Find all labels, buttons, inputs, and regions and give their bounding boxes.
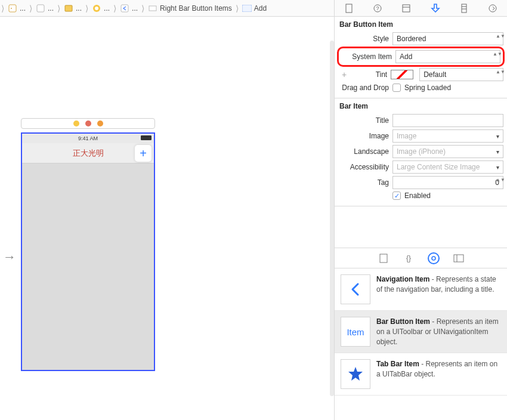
vertical-scrollbar[interactable] (330, 41, 334, 396)
scene-dock-dot-icon (97, 121, 103, 126)
style-label: Style (338, 35, 389, 43)
svg-rect-8 (242, 5, 252, 12)
breadcrumb-item[interactable]: ... (89, 4, 112, 13)
navigation-bar[interactable]: 正大光明 + (22, 143, 154, 163)
chevron-icon: ⟩ (140, 4, 146, 13)
stepper-icon: ▲▼ (496, 70, 502, 79)
style-value: Bordered (397, 35, 426, 43)
title-field[interactable] (392, 114, 503, 127)
battery-icon (141, 135, 152, 140)
svg-rect-0 (9, 5, 16, 12)
add-attribute-icon[interactable]: + (338, 70, 350, 79)
tint-swatch[interactable] (391, 70, 413, 79)
chevron-icon: ⟩ (234, 4, 240, 13)
canvas[interactable]: → 9:41 AM 正大光明 + (0, 17, 334, 420)
breadcrumb-item[interactable]: ... (5, 4, 28, 13)
library-media-icon[interactable] (453, 252, 465, 264)
item-icon (242, 4, 252, 13)
svg-rect-6 (121, 5, 128, 12)
breadcrumb-item[interactable]: Right Bar Button Items (146, 4, 234, 13)
image-popup[interactable]: Image (392, 129, 503, 143)
scene-dock-dot-icon (73, 121, 79, 126)
svg-rect-3 (65, 5, 72, 11)
chevron-icon: ⟩ (112, 4, 118, 13)
breadcrumb-label: ... (20, 4, 26, 13)
enabled-label: Enabled (404, 192, 431, 200)
system-item-popup[interactable]: Add ▲▼ (395, 50, 500, 63)
breadcrumb-label: ... (48, 4, 54, 13)
svg-rect-21 (454, 255, 463, 262)
svg-rect-7 (149, 6, 156, 11)
tag-label: Tag (338, 178, 389, 187)
library-code-snippets-icon[interactable]: {} (403, 252, 415, 264)
tint-popup[interactable]: Default ▲▼ (419, 68, 503, 81)
add-bar-button[interactable]: + (135, 145, 152, 162)
plus-icon: + (140, 147, 147, 160)
file-grey-icon (36, 4, 45, 13)
phone-preview[interactable]: 9:41 AM 正大光明 + (21, 132, 155, 371)
svg-point-17 (489, 5, 496, 12)
tint-value: Default (423, 70, 446, 79)
svg-rect-12 (403, 5, 410, 12)
chevron-icon: ⟩ (28, 4, 33, 13)
landscape-label: Landscape (338, 147, 389, 156)
attributes-inspector-icon[interactable] (429, 2, 442, 15)
breadcrumb-label: Add (254, 4, 267, 13)
stepper-icon: ▲▼ (493, 52, 499, 61)
svg-point-20 (432, 257, 435, 260)
style-popup[interactable]: Bordered ▲▼ (392, 32, 503, 45)
library-item-bar-button-item[interactable]: Item Bar Button Item - Represents an ite… (335, 311, 507, 353)
inspector-panel: Bar Button Item Style Bordered ▲▼ System… (334, 17, 507, 420)
library-tabs: {} (335, 248, 507, 268)
status-bar: 9:41 AM (22, 134, 154, 143)
library-item-text: Bar Button Item - Represents an item on … (376, 317, 501, 347)
section-header: Bar Button Item (335, 17, 507, 31)
navigation-title: 正大光明 (73, 148, 104, 159)
identity-inspector-icon[interactable] (400, 2, 413, 15)
landscape-popup[interactable]: Image (iPhone) (392, 145, 503, 158)
breadcrumb-item-current[interactable]: Add (240, 4, 269, 13)
breadcrumb[interactable]: ⟩ ... ⟩ ... ⟩ ... ⟩ ... ⟩ .. (0, 0, 334, 16)
breadcrumb-item[interactable]: ... (61, 4, 84, 13)
spring-loaded-checkbox[interactable] (392, 84, 401, 92)
svg-rect-9 (346, 4, 352, 13)
star-icon (341, 359, 370, 389)
breadcrumb-label: Right Bar Button Items (160, 4, 232, 13)
svg-point-1 (11, 8, 12, 9)
chevron-icon: ⟩ (84, 4, 89, 13)
spring-loaded-label: Spring Loaded (404, 84, 451, 92)
svg-rect-2 (37, 5, 44, 12)
accessibility-popup[interactable]: Large Content Size Image (392, 160, 503, 174)
storyboard-icon (64, 4, 73, 13)
breadcrumb-label: ... (132, 4, 138, 13)
tag-stepper[interactable]: 0 ▲▼ (392, 176, 503, 189)
system-item-value: Add (400, 52, 412, 61)
breadcrumb-label: ... (104, 4, 110, 13)
title-label: Title (338, 116, 389, 125)
scene-dock[interactable] (21, 118, 155, 129)
size-inspector-icon[interactable] (457, 2, 471, 15)
tint-label: Tint (354, 70, 387, 79)
svg-marker-23 (348, 367, 363, 381)
library-objects-icon[interactable] (428, 252, 440, 264)
library-item-navigation-item[interactable]: Navigation Item - Represents a state of … (335, 268, 507, 311)
container-icon (148, 4, 157, 13)
object-library-list[interactable]: Navigation Item - Represents a state of … (335, 268, 507, 420)
library-item-tab-bar-item[interactable]: Tab Bar Item - Represents an item on a U… (335, 353, 507, 396)
file-inspector-icon[interactable] (342, 2, 355, 15)
library-file-templates-icon[interactable] (378, 252, 389, 264)
section-header: Bar Item (335, 98, 507, 113)
enabled-checkbox[interactable]: ✓ (392, 192, 401, 200)
accessibility-label: Accessibility (338, 163, 389, 171)
breadcrumb-item[interactable]: ... (118, 4, 140, 13)
help-inspector-icon[interactable]: ? (371, 2, 384, 15)
stepper-icon: ▲▼ (496, 34, 502, 44)
connections-inspector-icon[interactable] (486, 2, 499, 15)
svg-point-5 (95, 7, 98, 10)
item-text-icon: Item (341, 317, 370, 347)
drag-drop-label: Drag and Drop (338, 84, 389, 92)
breadcrumb-item[interactable]: ... (33, 4, 56, 13)
empty-panel (335, 206, 507, 248)
library-item-text: Navigation Item - Represents a state of … (376, 274, 501, 304)
svg-text:?: ? (376, 5, 379, 11)
